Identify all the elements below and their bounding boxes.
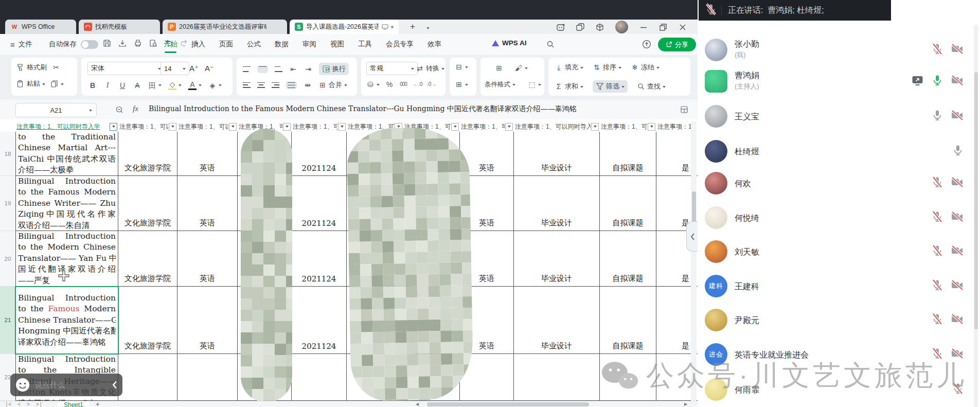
restore-button[interactable] [659,23,667,31]
increase-indent-icon[interactable]: ⇥ [304,65,312,73]
italic-button[interactable]: I [103,81,112,90]
decrease-font-icon[interactable]: A⁻ [205,64,214,73]
hscroll-left-arrow[interactable]: ◀ [416,402,419,406]
data-cell[interactable]: 文化旅游学院 [118,176,177,231]
data-cell[interactable]: 文化旅游学院 [118,132,177,176]
smiley-icon[interactable] [15,378,30,392]
row-header[interactable]: 21 [0,287,16,354]
filter-dropdown-button[interactable] [283,123,291,131]
convert-button[interactable]: ⇄转换 [416,64,444,73]
data-cell[interactable]: 毕业设计 [514,132,600,176]
increase-decimal-button[interactable]: ←.0 [413,80,421,89]
data-cell[interactable] [177,354,238,401]
data-cell[interactable]: 2021124 [292,176,347,231]
participant-row[interactable]: 建科王建科 [702,272,973,300]
data-cell[interactable]: 英语 [177,176,238,231]
participant-row[interactable]: 何雨霏 [702,376,973,403]
data-cell[interactable] [600,354,656,401]
participant-row[interactable]: 何悦绮 [702,204,973,232]
meeting-chat-overlay[interactable]: 说点什么 [10,374,122,396]
bold-button[interactable]: B [88,81,97,90]
close-button[interactable] [679,23,687,31]
filter-dropdown-button[interactable] [505,123,513,131]
wps-ai-menu[interactable]: WPS AI [492,39,527,47]
filter-dropdown-button[interactable] [229,123,237,131]
zoom-formula-icon[interactable] [115,105,123,114]
table-style-icon[interactable]: ⊞ [495,64,503,72]
doc-tab[interactable]: W WPS Office [5,20,76,34]
search-icon[interactable] [546,40,555,48]
data-cell[interactable]: 文化旅游学院 [118,287,177,354]
cell-style-button[interactable]: 🖌 [514,64,528,72]
data-cell[interactable]: 英语 [177,231,238,287]
number-format-select[interactable]: 常规 [366,62,418,75]
participant-row[interactable]: 尹殿元 [702,306,973,334]
data-cell[interactable]: 英语 [177,132,238,176]
upload-cloud-icon[interactable] [642,40,651,49]
data-cell[interactable] [292,354,347,401]
align-top-icon[interactable] [243,66,251,72]
last-sheet-button[interactable]: >| [36,401,42,407]
filter-header-cell[interactable]: 注意事项：1、可以同时导入学 [460,121,514,132]
conditional-format-button[interactable]: 条件格式 [485,80,515,89]
panel-collapse-handle[interactable] [686,221,698,252]
paste-button[interactable]: 粘贴 [16,79,45,89]
filter-header-cell[interactable]: 注意事项：1、可以同时导入学 [118,121,178,132]
first-sheet-button[interactable]: |< [5,401,11,407]
filter-header-cell[interactable]: 注意事项：1、可以同时导入学 [514,121,600,132]
autosave-toggle[interactable] [81,40,98,49]
data-cell[interactable] [118,354,177,401]
align-middle-icon[interactable] [257,65,268,73]
filter-dropdown-button[interactable] [648,123,655,131]
align-bottom-icon[interactable] [275,66,282,72]
ribbon-tab-开始[interactable]: 开始 [164,34,177,55]
ribbon-tab-会员专享[interactable]: 会员专享 [386,34,414,55]
filter-dropdown-button[interactable] [169,123,176,131]
user-avatar[interactable] [615,21,628,33]
minimize-button[interactable] [639,23,648,31]
data-cell[interactable]: 毕业设计 [514,176,600,231]
shape-fill-button[interactable]: ⬚ [528,80,541,89]
data-cell[interactable]: 毕业设计 [514,287,600,354]
row-header[interactable]: 20 [0,231,16,287]
filter-dropdown-button[interactable] [591,123,599,131]
ai-assistant-icon[interactable] [557,23,565,31]
sheet-tab[interactable]: Sheet1 [58,401,90,407]
freeze-button[interactable]: ❄冻结 [631,63,660,72]
print-icon[interactable] [134,39,142,47]
new-tab-button[interactable]: + [406,21,419,33]
align-center-icon[interactable] [257,82,265,88]
doc-tab[interactable]: P 2026届英语毕业论文选题评审研讨会 [163,20,287,34]
increase-font-icon[interactable]: A⁺ [189,64,199,73]
participant-row[interactable]: 杜绮煜 [702,137,973,165]
justify-icon[interactable] [286,81,297,89]
data-cell[interactable] [514,354,600,401]
autosave-control[interactable]: 自动保存 [49,34,98,55]
data-cell[interactable]: 毕业设计 [514,231,600,287]
filter-header-cell[interactable]: 注意事项：1、可以同时导入学 [292,121,347,132]
underline-button[interactable]: U [118,81,127,90]
data-cell[interactable]: 2021124 [292,231,347,287]
percent-button[interactable]: % [385,80,394,89]
name-box[interactable]: A21 [15,103,97,117]
thousands-button[interactable]: 000 [399,80,407,89]
data-cell[interactable]: 2021124 [292,132,347,176]
data-cell[interactable]: 2021124 [292,287,347,354]
font-color-button[interactable]: A [188,80,202,90]
ribbon-tab-公式[interactable]: 公式 [247,34,261,55]
doc-tab[interactable]: S 导入课题选题-2026届英语.xls [290,20,399,34]
participant-row[interactable]: 何欢 [702,169,973,197]
sum-button[interactable]: Σ求和 [555,82,583,91]
participant-row[interactable]: 王义宝 [702,102,973,130]
doc-tab[interactable]: ◠ 找稻壳模板 [79,20,160,34]
distributed-icon[interactable]: ⇹ [304,81,312,89]
topic-cell[interactable]: Bilingual Introductionto the Modern Chin… [15,231,118,287]
highlight-color-button[interactable]: ◇ [168,80,182,90]
ribbon-tab-插入[interactable]: 插入 [191,34,205,55]
filter-dropdown-button[interactable] [338,123,346,131]
find-button[interactable]: 查找 [637,82,666,91]
prev-sheet-button[interactable]: < [17,401,21,407]
topic-cell[interactable]: Bilingual Introductionto the Famous Mode… [15,287,118,354]
ribbon-tab-工具[interactable]: 工具 [358,34,372,55]
borders-button[interactable]: 田 [148,81,162,90]
